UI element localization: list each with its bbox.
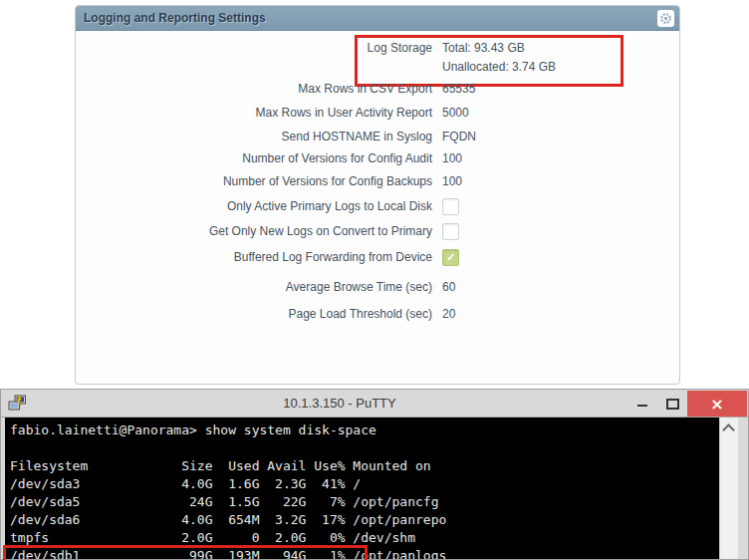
setting-label: Buffered Log Forwarding from Device xyxy=(76,250,432,264)
panel-body: Log Storage Total: 93.43 GB Unallocated:… xyxy=(76,31,679,384)
log-storage-label: Log Storage xyxy=(76,39,432,58)
terminal-area: fabio.lainetti@Panorama> show system dis… xyxy=(1,417,748,559)
panel-header: Logging and Reporting Settings xyxy=(76,6,679,31)
setting-label: Max Rows in User Activity Report xyxy=(76,106,432,120)
setting-row: Send HOSTNAME in SyslogFQDN xyxy=(76,127,679,146)
screenshot-page: Logging and Reporting Settings Log Stora… xyxy=(0,0,749,560)
gear-icon xyxy=(659,12,672,25)
setting-row: Buffered Log Forwarding from Device✓ xyxy=(76,247,679,267)
scroll-up-arrow-icon[interactable] xyxy=(722,423,735,436)
minimize-button[interactable] xyxy=(627,391,657,417)
setting-value: 5000 xyxy=(442,106,469,120)
setting-row: Number of Versions for Config Backups100 xyxy=(76,171,679,191)
close-button[interactable]: × xyxy=(687,391,747,417)
terminal[interactable]: fabio.lainetti@Panorama> show system dis… xyxy=(5,418,719,559)
setting-label: Max Rows in CSV Export xyxy=(76,82,432,96)
setting-row: Get Only New Logs on Convert to Primary xyxy=(76,221,679,241)
setting-label: Number of Versions for Config Audit xyxy=(76,151,432,165)
terminal-line: fabio.lainetti@Panorama> show system dis… xyxy=(10,421,719,439)
setting-row: Only Active Primary Logs to Local Disk xyxy=(76,196,679,216)
terminal-line: /dev/sdb1 99G 193M 94G 1% /opt/panlogs xyxy=(10,547,719,559)
logging-reporting-settings-panel: Logging and Reporting Settings Log Stora… xyxy=(75,5,680,385)
setting-row: Page Load Threshold (sec)20 xyxy=(76,304,679,324)
setting-row: Number of Versions for Config Audit100 xyxy=(76,148,679,168)
terminal-line: /dev/sda5 24G 1.5G 22G 7% /opt/pancfg xyxy=(10,493,719,511)
setting-value: 60 xyxy=(442,280,455,294)
setting-value: 65535 xyxy=(442,82,475,96)
setting-row: Max Rows in User Activity Report5000 xyxy=(76,103,679,123)
setting-checkbox-unchecked[interactable] xyxy=(442,223,459,240)
setting-label: Page Load Threshold (sec) xyxy=(76,307,432,321)
minimize-icon xyxy=(637,405,647,407)
putty-titlebar[interactable]: 10.1.3.150 - PuTTY × xyxy=(1,390,748,417)
terminal-scrollbar[interactable] xyxy=(719,418,738,559)
maximize-button[interactable] xyxy=(657,391,687,417)
check-icon: ✓ xyxy=(446,251,455,264)
window-controls: × xyxy=(627,391,747,417)
setting-label: Number of Versions for Config Backups xyxy=(76,174,432,188)
settings-gear-button[interactable] xyxy=(657,10,674,27)
panel-title: Logging and Reporting Settings xyxy=(84,11,266,25)
maximize-icon xyxy=(666,399,679,410)
setting-row: Max Rows in CSV Export65535 xyxy=(76,79,679,99)
terminal-line: Filesystem Size Used Avail Use% Mounted … xyxy=(10,457,719,475)
setting-value: 100 xyxy=(442,174,462,188)
setting-label: Only Active Primary Logs to Local Disk xyxy=(76,199,432,213)
log-storage-value: Total: 93.43 GB Unallocated: 3.74 GB xyxy=(442,39,556,77)
setting-label: Send HOSTNAME in Syslog xyxy=(76,130,432,143)
log-storage-unallocated: Unallocated: 3.74 GB xyxy=(442,58,556,77)
setting-label: Average Browse Time (sec) xyxy=(76,280,432,294)
log-storage-total: Total: 93.43 GB xyxy=(442,39,556,58)
setting-label: Get Only New Logs on Convert to Primary xyxy=(76,224,432,238)
putty-window: 10.1.3.150 - PuTTY × fabio.lainetti@Pano… xyxy=(0,389,749,560)
setting-value: FQDN xyxy=(442,130,476,143)
setting-checkbox-unchecked[interactable] xyxy=(442,198,459,215)
terminal-line: tmpfs 2.0G 0 2.0G 0% /dev/shm xyxy=(10,529,719,547)
window-title: 10.1.3.150 - PuTTY xyxy=(61,390,619,417)
terminal-line: /dev/sda6 4.0G 654M 3.2G 17% /opt/panrep… xyxy=(10,511,719,529)
setting-value: 20 xyxy=(442,307,455,321)
putty-app-icon[interactable] xyxy=(8,394,27,413)
terminal-line: /dev/sda3 4.0G 1.6G 2.3G 41% / xyxy=(10,475,719,493)
setting-checkbox-checked[interactable]: ✓ xyxy=(442,249,459,266)
setting-value: 100 xyxy=(442,151,462,165)
setting-row: Average Browse Time (sec)60 xyxy=(76,277,679,297)
terminal-line xyxy=(10,439,719,457)
log-storage-row: Log Storage Total: 93.43 GB Unallocated:… xyxy=(76,39,679,81)
